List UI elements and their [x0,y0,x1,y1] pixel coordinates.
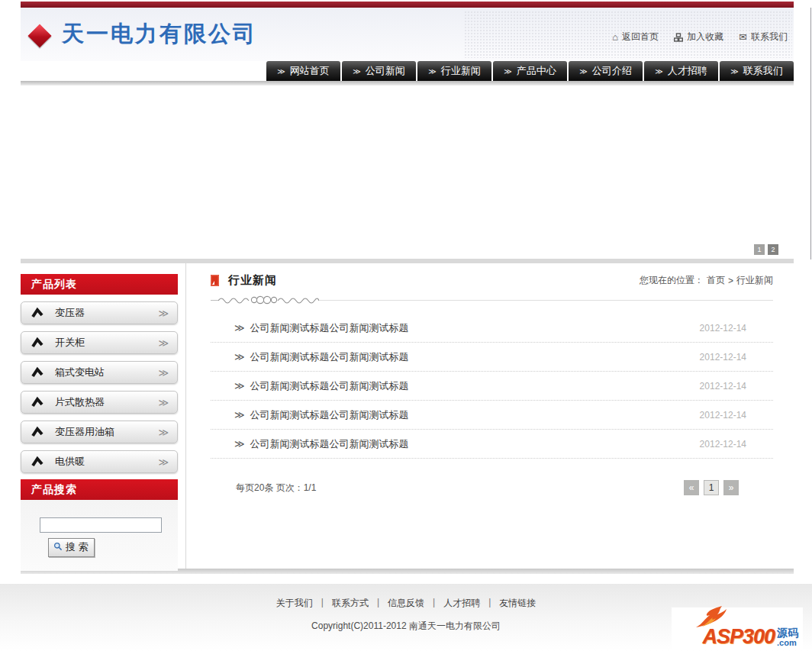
flame-icon [691,606,731,629]
nav-item-about[interactable]: ≫ 公司介绍 [569,61,643,81]
nav-arrow-icon: ≫ [428,67,436,76]
product-search-header: 产品搜索 [21,479,178,500]
site-header: 天一电力有限公司 ⌂ 返回首页 加入收藏 ✉ 联系我们 [21,8,794,61]
page-container: 天一电力有限公司 ⌂ 返回首页 加入收藏 ✉ 联系我们 ≫ 网站首页 ≫ [21,2,794,574]
nav-item-jobs[interactable]: ≫ 人才招聘 [644,61,718,81]
footer-link-about[interactable]: 关于我们 [276,597,313,610]
nav-arrow-icon: ≫ [730,67,738,76]
contact-link-label: 联系我们 [751,31,788,44]
chevron-right-icon: ≫ [158,427,167,438]
chevron-right-icon: ≫ [158,367,167,379]
home-link[interactable]: ⌂ 返回首页 [612,31,659,44]
news-row[interactable]: ≫ 公司新闻测试标题公司新闻测试标题 2012-12-14 [211,343,773,372]
search-button[interactable]: 搜 索 [48,538,95,557]
double-chevron-icon: ≫ [234,438,243,450]
footer-link-jobs[interactable]: 人才招聘 [443,597,480,610]
prev-page-button[interactable]: « [684,480,699,495]
news-title-link[interactable]: 公司新闻测试标题公司新闻测试标题 [250,408,700,422]
magnifier-icon [53,542,63,553]
add-favorite-label: 加入收藏 [687,31,723,44]
nav-item-industry-news[interactable]: ≫ 行业新闻 [417,61,491,81]
nav-arrow-icon: ≫ [579,67,587,76]
sidebar-item-label: 变压器 [55,306,158,320]
chevron-right-icon: ≫ [158,337,167,349]
viewport-edge-line [810,8,811,259]
nav-item-label: 联系我们 [743,64,783,78]
news-row[interactable]: ≫ 公司新闻测试标题公司新闻测试标题 2012-12-14 [211,372,773,401]
main-panel: 行业新闻 您现在的位置： 首页 > 行业新闻 [185,263,794,569]
contact-link[interactable]: ✉ 联系我们 [739,31,788,44]
header-utility-links: ⌂ 返回首页 加入收藏 ✉ 联系我们 [612,31,788,44]
nav-item-home[interactable]: ≫ 网站首页 [266,61,340,81]
arrow-up-icon [31,426,44,438]
page-1-button[interactable]: 1 [704,480,719,495]
asp300-word: 源码 [777,627,798,638]
nav-item-products[interactable]: ≫ 产品中心 [493,61,567,81]
search-input[interactable] [40,517,162,533]
news-title-link[interactable]: 公司新闻测试标题公司新闻测试标题 [250,350,700,364]
breadcrumb-current[interactable]: 行业新闻 [736,274,773,287]
news-date: 2012-12-14 [700,381,746,392]
breadcrumb-home-link[interactable]: 首页 [707,274,725,287]
footer-links: 关于我们 | 联系方式 | 信息反馈 | 人才招聘 | 友情链接 [0,584,812,610]
news-title-link[interactable]: 公司新闻测试标题公司新闻测试标题 [250,321,700,335]
sidebar-item-label: 变压器用油箱 [55,425,158,439]
footer-link-friendlinks[interactable]: 友情链接 [499,597,536,610]
product-search-panel: 搜 索 [21,500,178,571]
arrow-up-icon [31,396,44,408]
asp300-watermark: ASP300 源码 .com [672,607,803,650]
main-navigation: ≫ 网站首页 ≫ 公司新闻 ≫ 行业新闻 ≫ 产品中心 ≫ 公司介绍 ≫ 人才招… [21,61,794,81]
nav-item-label: 公司介绍 [592,64,632,78]
footer-link-contact[interactable]: 联系方式 [332,597,369,610]
banner-pager: 1 2 [754,244,778,255]
news-title-link[interactable]: 公司新闻测试标题公司新闻测试标题 [250,379,700,393]
product-list-header: 产品列表 [21,274,178,295]
arrow-up-icon [31,337,44,349]
site-footer: 关于我们 | 联系方式 | 信息反馈 | 人才招聘 | 友情链接 Copyrig… [0,584,812,651]
sidebar-item-switchgear[interactable]: 开关柜 ≫ [21,331,178,354]
double-chevron-icon: ≫ [234,380,243,392]
home-icon: ⌂ [612,31,618,43]
news-row[interactable]: ≫ 公司新闻测试标题公司新闻测试标题 2012-12-14 [211,430,773,459]
home-link-label: 返回首页 [622,31,659,44]
breadcrumb-separator: > [728,276,733,286]
sidebar-item-radiator[interactable]: 片式散热器 ≫ [21,391,178,414]
news-row[interactable]: ≫ 公司新闻测试标题公司新闻测试标题 2012-12-14 [211,314,773,343]
nav-arrow-icon: ≫ [353,67,360,76]
sidebar: 产品列表 变压器 ≫ 开关柜 ≫ 箱式变电站 ≫ [21,263,178,569]
news-title-link[interactable]: 公司新闻测试标题公司新闻测试标题 [250,437,700,451]
sidebar-item-label: 开关柜 [55,336,158,350]
news-date: 2012-12-14 [700,352,746,363]
add-favorite-link[interactable]: 加入收藏 [674,31,723,44]
nav-item-contact[interactable]: ≫ 联系我们 [720,61,794,81]
nav-arrow-icon: ≫ [277,67,285,76]
breadcrumb-prefix: 您现在的位置： [640,274,704,287]
news-row[interactable]: ≫ 公司新闻测试标题公司新闻测试标题 2012-12-14 [211,401,773,430]
news-date: 2012-12-14 [700,323,746,334]
footer-separator: | [321,597,324,610]
favorite-icon [674,33,683,42]
content-area: 产品列表 变压器 ≫ 开关柜 ≫ 箱式变电站 ≫ [21,263,794,569]
nav-item-label: 网站首页 [290,64,330,78]
banner-page-2-button[interactable]: 2 [768,244,778,255]
breadcrumb: 您现在的位置： 首页 > 行业新闻 [640,274,773,287]
sidebar-item-label: 电供暖 [55,455,158,469]
chevron-right-icon: ≫ [158,456,167,468]
banner-page-1-button[interactable]: 1 [754,244,765,255]
footer-link-feedback[interactable]: 信息反馈 [388,597,424,610]
sidebar-item-electric-heating[interactable]: 电供暖 ≫ [21,450,178,473]
news-date: 2012-12-14 [700,410,746,421]
divider-lead-line [211,300,218,301]
next-page-button[interactable]: » [723,480,739,495]
arrow-up-icon [31,366,44,379]
list-footer: 每页20条 页次：1/1 « 1 » [211,480,773,495]
sidebar-item-oil-tank[interactable]: 变压器用油箱 ≫ [21,421,178,443]
nav-item-company-news[interactable]: ≫ 公司新闻 [342,61,416,81]
sidebar-item-box-substation[interactable]: 箱式变电站 ≫ [21,361,178,384]
logo-diamond-icon [27,24,51,47]
nav-arrow-icon: ≫ [504,67,511,76]
search-button-label: 搜 索 [66,540,89,554]
nav-item-label: 人才招聘 [668,64,707,78]
news-date: 2012-12-14 [700,439,746,450]
sidebar-item-transformer[interactable]: 变压器 ≫ [21,301,178,324]
